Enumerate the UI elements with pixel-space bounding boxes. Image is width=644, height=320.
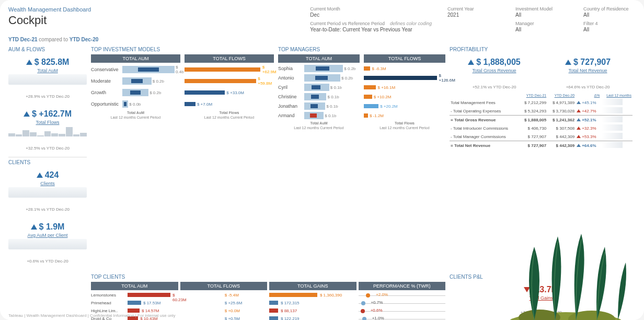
mgr-flow-row[interactable]: $ +10.2M	[364, 92, 445, 101]
prof-row[interactable]: = Total Net Revenue$ 727,907$ 442,309+64…	[450, 141, 632, 150]
mgr-aum-col: TOTAL AUM Sophia$ 0.2bAntonio$ 0.2bCyril…	[278, 54, 360, 130]
sparkline-area	[8, 187, 87, 198]
prof-row[interactable]: - Total Operating Expenses$ 5,324,293$ 3…	[450, 107, 632, 116]
dashboard-subtitle: Wealth Management Dashboard	[8, 6, 91, 13]
dashboard-root: Wealth Management Dashboard Cockpit Curr…	[0, 0, 644, 320]
clients-panel: CLIENTS 424 Clients +28.1% vs YTD Dec-20…	[8, 157, 87, 267]
footer: Tableau | Wealth Management Dashboard | …	[8, 313, 176, 318]
top-investment-panel: TOP INVESTMENT MODELS TOTAL AUM Conserva…	[91, 47, 274, 119]
client-perf-row[interactable]: +2.0%	[359, 291, 446, 299]
profitability-table[interactable]: YTD Dec-21 YTD Dec-20 Δ% Last 12 months …	[450, 93, 632, 150]
clients-pnl-panel: CLIENTS P&L -13.7M Total Gains +7.9% vs …	[450, 274, 632, 320]
client-row[interactable]: Lemonstones$ 60.23M	[91, 291, 178, 299]
inv-row[interactable]: Moderate$ 0.2b	[91, 75, 180, 87]
inv-row[interactable]: Growth$ 0.2b	[91, 87, 180, 98]
filter-col-4: Country of Residence All Filter 4 All	[583, 6, 636, 32]
avg-aum-kpi[interactable]: $ 1.9M Avg AuM per Client +0.6% vs YTD D…	[8, 219, 87, 267]
pnl-row: Total Price Gains	[450, 318, 632, 320]
filter-investment-model[interactable]: Investment Model All	[515, 6, 568, 18]
aum-flows-panel: AuM & FLOWS $ 825.8M Total AuM +28.9% vs…	[8, 47, 87, 154]
pnl-breakdown: Total Price Gains+ Total FX Gains= Total…	[450, 318, 632, 320]
triangle-up-icon	[26, 60, 32, 65]
client-perf-row[interactable]: +0.7%	[359, 299, 446, 307]
dashboard-title: Cockpit	[8, 14, 91, 27]
column-4: PROFITABILITY $ 1,888,005 Total Gross Re…	[450, 47, 632, 270]
mgr-row[interactable]: Sophia$ 0.2b	[278, 64, 360, 73]
sparkline-bars	[8, 126, 87, 136]
triangle-up-icon	[565, 60, 571, 65]
inv-flow-row[interactable]: $ +62.9M	[185, 64, 274, 75]
triangle-up-icon	[24, 111, 30, 117]
filter-country[interactable]: Country of Residence All	[583, 6, 636, 18]
summary-column: AuM & FLOWS $ 825.8M Total AuM +28.9% vs…	[8, 47, 87, 270]
filters: Current Month Dec Current Period vs Refe…	[310, 6, 636, 32]
mgr-row[interactable]: Cyril$ 0.1b	[278, 83, 360, 92]
inv-flow-row[interactable]: $ +7.0M	[185, 98, 274, 110]
period-compare: YTD Dec-21 compared to YTD Dec-20	[8, 37, 636, 42]
client-row[interactable]: Primehead$ 17.53M	[91, 299, 178, 307]
client-perf-row[interactable]: +1.0%	[359, 315, 446, 320]
mgr-flow-row[interactable]: $ -6.3M	[364, 64, 445, 73]
triangle-down-icon	[524, 287, 530, 292]
column-3: TOP MANAGERS TOTAL AUM Sophia$ 0.2bAnton…	[278, 47, 445, 270]
inv-aum-col: TOTAL AUM Conservative$ 0.4bModerate$ 0.…	[91, 54, 180, 119]
sparkline-area	[8, 74, 87, 85]
mgr-row[interactable]: Christine$ 0.1b	[278, 92, 360, 101]
main-grid: AuM & FLOWS $ 825.8M Total AuM +28.9% vs…	[8, 47, 636, 320]
filter-manager[interactable]: Manager All	[515, 21, 568, 32]
mgr-row[interactable]: Antonio$ 0.2b	[278, 73, 360, 83]
filter-4[interactable]: Filter 4 All	[583, 21, 636, 32]
prof-row[interactable]: Total Management Fees$ 7,212,299$ 4,971,…	[450, 98, 632, 107]
prof-row[interactable]: = Total Gross Revenue$ 1,888,005$ 1,241,…	[450, 116, 632, 124]
sparkline-area	[8, 239, 87, 249]
filter-period-value[interactable]: Year-to-Date: Current Year vs Previous Y…	[310, 27, 432, 32]
mgr-flows-col: TOTAL FLOWS $ -6.3M$ +126.6M$ +16.1M$ +1…	[364, 54, 445, 130]
mgr-flow-row[interactable]: $ +126.6M	[364, 73, 445, 83]
total-gains-kpi[interactable]: -13.7M Total Gains +7.9% vs YTD Dec-20	[450, 282, 632, 318]
inv-flow-row[interactable]: $ +59.8M	[185, 75, 274, 87]
filter-col-1: Current Month Dec Current Period vs Refe…	[310, 6, 432, 32]
triangle-up-icon	[468, 60, 474, 65]
inv-flow-row[interactable]: $ +33.0M	[185, 87, 274, 98]
filter-current-month[interactable]: Current Month Dec	[310, 6, 432, 18]
clients-perf-col: PERFORMANCE % (TWR) +2.0%+0.7%+0.6%+1.0%…	[359, 282, 446, 320]
client-perf-row[interactable]: +0.6%	[359, 307, 446, 315]
mgr-flow-row[interactable]: $ -1.2M	[364, 111, 445, 120]
inv-flows-col: TOTAL FLOWS $ +62.9M$ +59.8M$ +33.0M$ +7…	[185, 54, 274, 119]
column-2: TOP INVESTMENT MODELS TOTAL AUM Conserva…	[91, 47, 274, 270]
gross-revenue-kpi[interactable]: $ 1,888,005 Total Gross Revenue +52.1% v…	[450, 54, 539, 93]
clients-gains-col: TOTAL GAINS $ 1,360,390$ 172,315$ 88,137…	[269, 282, 356, 320]
inv-row[interactable]: Opportunistic$ 0.0b	[91, 98, 180, 110]
net-revenue-kpi[interactable]: $ 727,907 Total Net Revenue +64.6% vs YT…	[543, 54, 632, 93]
client-flow-row[interactable]: $ +0.5M	[180, 315, 268, 320]
clients-flows-col: TOTAL FLOWS $ -5.4M$ +25.6M$ +0.0M$ +0.5…	[180, 282, 268, 320]
filter-col-3: Investment Model All Manager All	[515, 6, 568, 32]
triangle-up-icon	[31, 224, 37, 230]
total-aum-kpi[interactable]: $ 825.8M Total AuM +28.9% vs YTD Dec-20	[8, 54, 87, 102]
filter-current-year[interactable]: Current Year 2021	[447, 6, 500, 32]
header: Wealth Management Dashboard Cockpit Curr…	[8, 6, 636, 32]
top-managers-panel: TOP MANAGERS TOTAL AUM Sophia$ 0.2bAnton…	[278, 47, 445, 130]
client-flow-row[interactable]: $ -5.4M	[180, 291, 268, 299]
filter-period-label: Current Period vs Reference Period defin…	[310, 21, 432, 32]
mgr-flow-row[interactable]: $ +16.1M	[364, 83, 445, 92]
client-gain-row[interactable]: $ 1,360,390	[269, 291, 356, 299]
triangle-up-icon	[37, 173, 43, 178]
clients-count-kpi[interactable]: 424 Clients +28.1% vs YTD Dec-20	[8, 167, 87, 215]
profitability-panel: PROFITABILITY $ 1,888,005 Total Gross Re…	[450, 47, 632, 150]
client-gain-row[interactable]: $ 172,315	[269, 299, 356, 307]
inv-row[interactable]: Conservative$ 0.4b	[91, 64, 180, 75]
prof-row[interactable]: - Total Introducer Commissions$ 406,730$…	[450, 124, 632, 132]
client-gain-row[interactable]: $ 88,137	[269, 307, 356, 315]
header-left: Wealth Management Dashboard Cockpit	[8, 6, 91, 32]
prof-row[interactable]: - Total Manager Commissions$ 727,907$ 44…	[450, 132, 632, 141]
client-gain-row[interactable]: $ 122,219	[269, 315, 356, 320]
mgr-row[interactable]: Jonathan$ 0.1b	[278, 101, 360, 111]
mgr-flow-row[interactable]: $ +20.2M	[364, 101, 445, 111]
client-flow-row[interactable]: $ +0.0M	[180, 307, 268, 315]
client-flow-row[interactable]: $ +25.6M	[180, 299, 268, 307]
mgr-row[interactable]: Armand$ 0.1b	[278, 111, 360, 120]
total-flows-kpi[interactable]: $ +162.7M Total Flows +32.5% vs YTD Dec-…	[8, 106, 87, 154]
